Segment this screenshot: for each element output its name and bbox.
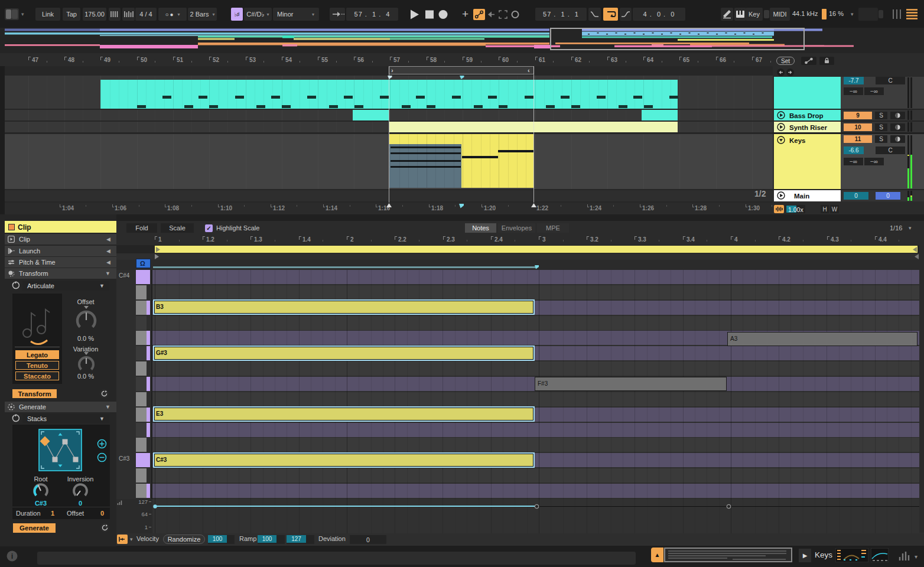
svg-text:i: i xyxy=(11,552,14,561)
